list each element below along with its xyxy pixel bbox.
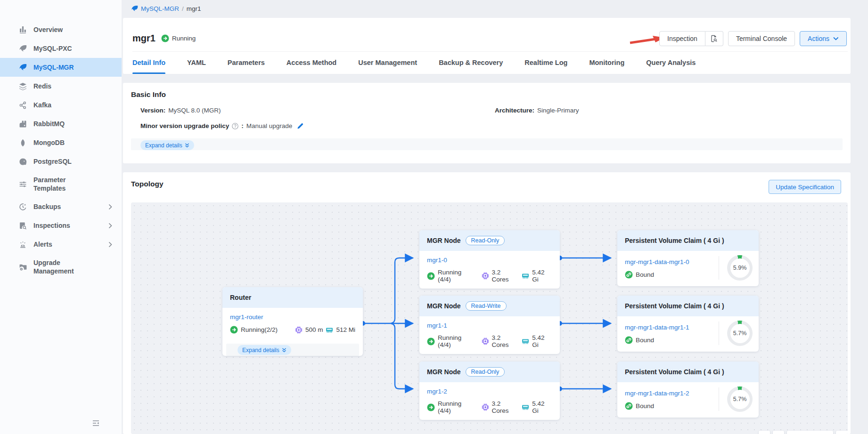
- page-title: mgr1: [132, 33, 156, 44]
- sidebar-item-mongodb[interactable]: MongoDB: [0, 133, 122, 152]
- mgr-node-header: MGR Node Read-Only: [419, 362, 560, 382]
- tab-realtime-log[interactable]: Realtime Log: [524, 51, 567, 74]
- tab-parameters[interactable]: Parameters: [228, 51, 265, 74]
- sidebar-item-alerts[interactable]: Alerts: [0, 235, 122, 254]
- tab-access-method[interactable]: Access Method: [287, 51, 336, 74]
- cluster-header-card: mgr1 Running Inspection Terminal Console…: [123, 18, 851, 74]
- dolphin-icon: [131, 5, 138, 12]
- breadcrumb: MySQL-MGR / mgr1: [122, 0, 868, 17]
- sidebar-item-label: MySQL-PXC: [33, 45, 72, 52]
- sidebar-item-overview[interactable]: Overview: [0, 20, 122, 39]
- status-label: Running: [172, 35, 196, 42]
- sidebar-item-parameter-templates[interactable]: Parameter Templates: [0, 171, 122, 197]
- mgr-node-body: mgr1-1 Running (4/4) 3.2 Cores 5.42 Gi: [419, 316, 560, 354]
- mgr-meta-row: Running (4/4) 3.2 Cores 5.42 Gi: [427, 334, 552, 348]
- mgr-status: Running (4/4): [438, 334, 476, 348]
- pvc-card-2[interactable]: Persistent Volume Claim ( 4 Gi ) mgr-mgr…: [617, 362, 759, 418]
- topology-canvas[interactable]: Router mgr1-router Running(2/2) 500 m 51…: [131, 202, 848, 434]
- sidebar-item-rabbitmq[interactable]: RabbitMQ: [0, 114, 122, 133]
- mgr-node-card-0[interactable]: MGR Node Read-Only mgr1-0 Running (4/4) …: [419, 230, 560, 289]
- mgr-pod-link[interactable]: mgr1-0: [427, 257, 447, 264]
- update-specification-button[interactable]: Update Specification: [769, 180, 841, 194]
- sidebar-item-inspections[interactable]: Inspections: [0, 216, 122, 235]
- sidebar-item-label: Inspections: [33, 222, 70, 229]
- dolphin-icon: [19, 64, 27, 72]
- role-badge: Read-Write: [466, 301, 507, 311]
- version-value: MySQL 8.0 (MGR): [168, 107, 221, 114]
- help-circle-icon[interactable]: [232, 123, 238, 129]
- mgr-header-label: MGR Node: [427, 237, 461, 244]
- expand-details-button[interactable]: Expand details: [140, 140, 194, 150]
- running-status-icon: [427, 403, 435, 411]
- pvc-name-link[interactable]: mgr-mgr1-data-mgr1-2: [625, 390, 689, 397]
- pvc-body: mgr-mgr1-data-mgr1-1 Bound 5.7%: [617, 316, 759, 352]
- tab-monitoring[interactable]: Monitoring: [589, 51, 624, 74]
- sidebar-item-label: Upgrade Management: [33, 258, 85, 275]
- sidebar-item-label: MySQL-MGR: [33, 64, 74, 71]
- router-expand-band: Expand details: [226, 344, 359, 356]
- mgr-pod-link[interactable]: mgr1-1: [427, 322, 447, 329]
- sidebar-item-redis[interactable]: Redis: [0, 77, 122, 96]
- router-name-link[interactable]: mgr1-router: [230, 313, 263, 321]
- sidebar-item-label: RabbitMQ: [33, 120, 65, 128]
- sidebar-item-mysql-pxc[interactable]: MySQL-PXC: [0, 39, 122, 58]
- edit-pencil-icon[interactable]: [297, 122, 304, 129]
- zoom-out-button[interactable]: [759, 431, 770, 434]
- mgr-node-card-2[interactable]: MGR Node Read-Only mgr1-2 Running (4/4) …: [419, 362, 560, 420]
- sidebar-item-mysql-mgr[interactable]: MySQL-MGR: [0, 58, 122, 77]
- sidebar-item-label: Redis: [33, 82, 51, 90]
- zoom-in-button[interactable]: [773, 431, 784, 434]
- pvc-status-row: Bound: [625, 336, 719, 344]
- sidebar-item-upgrade-management[interactable]: Upgrade Management: [0, 254, 122, 280]
- inspection-report-button[interactable]: [705, 31, 723, 46]
- fit-view-button[interactable]: [836, 431, 848, 434]
- inspection-button[interactable]: Inspection: [659, 31, 705, 46]
- sidebar-collapse-icon[interactable]: [92, 420, 99, 428]
- mgr-node-card-1[interactable]: MGR Node Read-Write mgr1-1 Running (4/4)…: [419, 296, 560, 354]
- zoom-slider[interactable]: [787, 431, 833, 434]
- divider: [719, 256, 719, 280]
- canvas-zoom-toolbar: [759, 431, 848, 434]
- pvc-name-link[interactable]: mgr-mgr1-data-mgr1-1: [625, 324, 689, 331]
- tab-backup-recovery[interactable]: Backup & Recovery: [439, 51, 503, 74]
- cluster-status: Running: [161, 34, 196, 42]
- usage-gauge: 5.7%: [727, 386, 753, 412]
- tab-query-analysis[interactable]: Query Analysis: [646, 51, 696, 74]
- pvc-card-0[interactable]: Persistent Volume Claim ( 4 Gi ) mgr-mgr…: [617, 230, 759, 286]
- pvc-status-row: Bound: [625, 402, 719, 410]
- breadcrumb-current: mgr1: [187, 5, 201, 12]
- tab-detail-info[interactable]: Detail Info: [132, 51, 165, 74]
- upgrade-policy-row: Minor version upgrade policy : Manual up…: [140, 122, 304, 129]
- router-node-card[interactable]: Router mgr1-router Running(2/2) 500 m 51…: [222, 287, 363, 356]
- sidebar-item-label: Backups: [33, 203, 61, 210]
- architecture-label: Architecture:: [495, 107, 534, 114]
- sidebar-item-label: Alerts: [33, 241, 52, 248]
- sidebar-item-backups[interactable]: Backups: [0, 197, 122, 216]
- pvc-card-1[interactable]: Persistent Volume Claim ( 4 Gi ) mgr-mgr…: [617, 296, 759, 352]
- breadcrumb-parent-link[interactable]: MySQL-MGR: [141, 5, 179, 12]
- router-expand-details-button[interactable]: Expand details: [237, 345, 291, 355]
- pvc-header: Persistent Volume Claim ( 4 Gi ): [617, 362, 759, 382]
- tab-yaml[interactable]: YAML: [187, 51, 206, 74]
- pvc-name-link[interactable]: mgr-mgr1-data-mgr1-0: [625, 258, 689, 265]
- chevron-right-icon: [108, 223, 112, 229]
- bound-link-icon: [625, 402, 633, 410]
- mgr-node-header: MGR Node Read-Write: [419, 296, 560, 316]
- memory-icon: [522, 338, 529, 345]
- architecture-row: Architecture: Single-Primary: [495, 107, 579, 114]
- terminal-console-button[interactable]: Terminal Console: [728, 31, 795, 46]
- app-window: Overview MySQL-PXC MySQL-MGR Redis Kafka…: [0, 0, 868, 434]
- mgr-status: Running (4/4): [438, 400, 476, 414]
- mgr-node-header: MGR Node Read-Only: [419, 230, 560, 251]
- topology-card: Topology Update Specification: [123, 172, 851, 434]
- usage-percent-label: 5.7%: [727, 386, 753, 412]
- mgr-header-label: MGR Node: [427, 302, 461, 310]
- main-area: MySQL-MGR / mgr1 mgr1 Running Inspection: [122, 0, 868, 434]
- sidebar-item-postgresql[interactable]: PostgreSQL: [0, 152, 122, 171]
- sidebar-item-kafka[interactable]: Kafka: [0, 96, 122, 114]
- running-status-icon: [230, 326, 238, 334]
- actions-dropdown-button[interactable]: Actions: [800, 31, 847, 46]
- router-meta-row: Running(2/2) 500 m 512 Mi: [230, 326, 355, 334]
- mgr-pod-link[interactable]: mgr1-2: [427, 388, 447, 395]
- tab-user-management[interactable]: User Management: [358, 51, 417, 74]
